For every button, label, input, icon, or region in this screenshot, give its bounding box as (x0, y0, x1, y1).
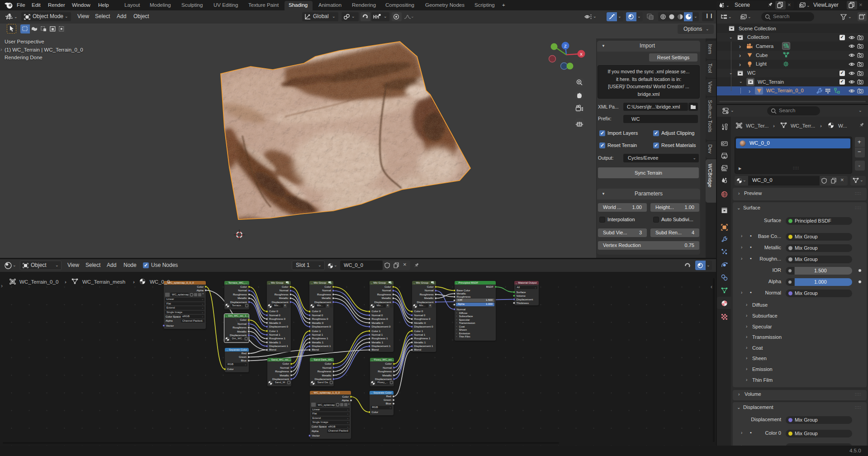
svg-text:X: X (580, 52, 583, 57)
svg-text:Z: Z (564, 44, 567, 48)
